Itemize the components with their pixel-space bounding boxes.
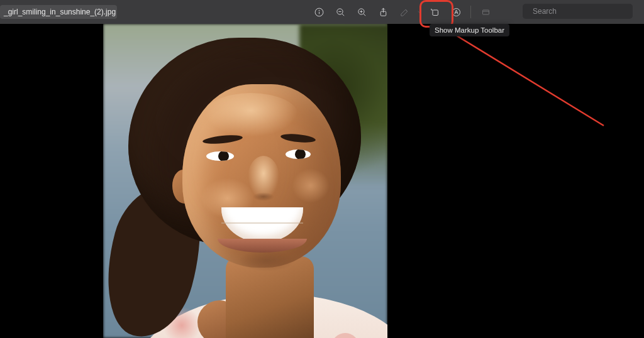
toolbar-separator xyxy=(470,6,471,18)
markup-button[interactable] xyxy=(445,3,467,21)
toolbar-buttons xyxy=(308,0,496,24)
share-icon xyxy=(378,7,389,18)
file-title: _girl_smiling_in_sunshine_(2).jpg xyxy=(0,5,117,19)
search-field[interactable] xyxy=(523,4,633,19)
share-button[interactable] xyxy=(372,3,394,21)
image-canvas xyxy=(0,24,644,338)
info-icon xyxy=(314,7,325,18)
zoom-out-button[interactable] xyxy=(330,3,351,21)
highlight-icon xyxy=(399,7,410,18)
svg-rect-14 xyxy=(482,9,489,14)
crop-button[interactable] xyxy=(475,3,496,21)
highlight-button[interactable] xyxy=(394,3,415,21)
search-input[interactable] xyxy=(531,6,628,16)
rotate-button[interactable] xyxy=(424,3,445,21)
rotate-icon xyxy=(430,7,440,18)
svg-rect-12 xyxy=(432,9,438,14)
photo-content xyxy=(103,24,387,338)
crop-icon xyxy=(480,7,491,18)
chevron-down-icon xyxy=(416,9,423,15)
svg-line-4 xyxy=(341,13,343,15)
markup-tooltip: Show Markup Toolbar xyxy=(430,24,509,36)
zoom-in-icon xyxy=(357,7,367,18)
zoom-in-button[interactable] xyxy=(351,3,372,21)
highlight-menu-button[interactable] xyxy=(415,3,424,21)
svg-point-2 xyxy=(319,10,319,11)
markup-icon xyxy=(451,7,462,18)
zoom-out-icon xyxy=(335,7,346,18)
toolbar: _girl_smiling_in_sunshine_(2).jpg xyxy=(0,0,644,25)
svg-line-7 xyxy=(363,13,365,15)
info-button[interactable] xyxy=(308,3,330,21)
